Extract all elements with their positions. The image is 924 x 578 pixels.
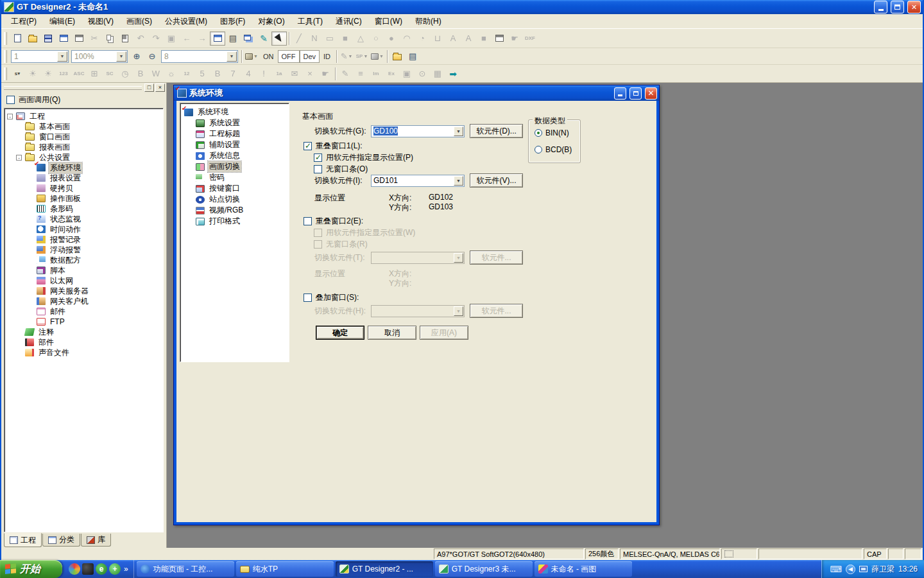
tree-item[interactable]: - 公共设置 [4,152,163,162]
paste-icon[interactable] [117,31,133,46]
hide-icons-chevron-icon[interactable]: ◀ [846,565,855,574]
dialog-tree-item[interactable]: 密码 [180,172,289,183]
numeric-display-icon[interactable]: 123 [56,67,71,81]
dialog-tree-item[interactable]: 系统设置 [180,118,289,128]
off-button[interactable]: OFF [278,50,300,63]
grid-combo[interactable]: 8▼ [161,50,238,63]
paint-area-icon[interactable]: ■ [476,31,492,46]
close-button[interactable]: ✕ [907,1,921,13]
overlap1-pos-checkbox[interactable] [314,153,322,162]
new-icon[interactable] [10,31,25,46]
bulb-icon[interactable]: ! [256,67,271,81]
screen-image-icon[interactable] [492,31,507,46]
polygon-icon[interactable]: △ [353,31,368,46]
overlap1-checkbox[interactable] [304,142,312,150]
tree-item[interactable]: 时间动作 [4,224,163,234]
base-device-button[interactable]: 软元件(D)... [470,124,523,138]
select-cursor-icon[interactable] [271,31,287,46]
base-switch-device-combo[interactable]: GD100 ▼ [371,125,465,137]
zoom-combo[interactable]: 100%▼ [71,50,128,63]
radio-icon[interactable] [535,146,542,153]
ellipse-icon[interactable]: ○ [368,31,384,46]
tree-item[interactable]: 条形码 [4,204,163,214]
polyline-icon[interactable]: N [307,31,322,46]
tree-item[interactable]: 报警记录 [4,234,163,245]
minimize-button[interactable] [874,1,887,13]
next-screen-icon[interactable]: ➡ [445,67,461,81]
trim-icon[interactable]: × [302,67,318,81]
chevron-down-icon[interactable]: ▼ [57,51,67,62]
dialog-tree-item[interactable]: 辅助设置 [180,139,289,150]
line-color-icon[interactable]: ✎▼ [339,49,354,64]
bit-comment-icon[interactable]: B [133,67,148,81]
chevron-down-icon[interactable]: ▼ [227,51,237,62]
cancel-button[interactable]: 取消 [368,326,416,340]
fill-color-icon[interactable]: ▼ [244,49,259,64]
chevron-down-icon[interactable]: ▼ [454,176,463,186]
menu-item[interactable]: 公共设置(M) [159,15,213,28]
superimpose-checkbox[interactable] [304,293,312,302]
alarm-popup-icon[interactable]: 4 [241,67,256,81]
tree-item[interactable]: 声音文件 [4,347,163,358]
panel-tab[interactable]: 库 [81,534,111,547]
string-display-icon[interactable]: SC [102,67,117,81]
template-list-icon[interactable]: ▤ [225,31,241,46]
overlap2-checkbox[interactable] [304,217,312,225]
data-check-icon[interactable]: ▦ [430,67,445,81]
toolbar-grip[interactable] [4,50,7,63]
messenger-icon[interactable] [69,563,80,575]
word-comment-icon[interactable]: W [148,67,164,81]
clock-icon[interactable]: ◷ [117,67,133,81]
menu-item[interactable]: 帮助(H) [409,15,447,28]
radio-bcd[interactable]: BCD(B) [535,145,572,154]
date-display-icon[interactable]: ⊞ [87,67,102,81]
id-button[interactable]: ID [320,50,334,63]
arc-icon[interactable]: ◠ [399,31,415,46]
shape-fill-icon[interactable]: ▼ [370,49,385,64]
dialog-tree-item[interactable]: 系统信息 [180,150,289,161]
tree-item[interactable]: 以太网 [4,276,163,286]
toolbar-grip[interactable] [4,32,7,45]
dialog-minimize-button[interactable] [614,87,626,100]
tree-item[interactable]: 硬拷贝 [4,183,163,193]
tree-item[interactable]: 注释 [4,327,163,337]
library-folder-icon[interactable] [389,49,405,64]
object-select-icon[interactable]: s▾ [10,67,25,81]
antivirus-icon[interactable]: + [109,563,121,575]
tree-expander[interactable]: - [16,155,22,161]
keyboard-icon[interactable]: ⌨ [830,565,842,574]
panel-close-button[interactable]: × [155,83,165,92]
dialog-tree-item[interactable]: 系统环境 [180,107,289,118]
forward-icon[interactable]: → [194,31,210,46]
bit-lamp-icon[interactable]: ☀ [25,67,40,81]
tree-item[interactable]: 部件 [4,337,163,347]
panel-tab[interactable]: 工程 [4,533,42,547]
tree-item[interactable]: 网关客户机 [4,296,163,306]
menu-item[interactable]: 对象(O) [252,15,290,28]
quick-launch-overflow-icon[interactable]: » [123,565,130,574]
word-lamp-icon[interactable]: ☀ [40,67,56,81]
dialog-tree-item[interactable]: 打印格式 [180,216,289,227]
zoom-in-icon[interactable]: ⊕ [129,49,144,64]
dev-button[interactable]: Dev [300,50,320,63]
menu-item[interactable]: 窗口(W) [369,15,408,28]
property-list-icon[interactable]: ▤ [405,49,420,64]
data-list-icon[interactable]: 5 [194,67,210,81]
dialog-tree-item[interactable]: 按键窗口 [180,183,289,194]
tree-item[interactable]: 数据配方 [4,255,163,265]
overlap1-device-button[interactable]: 软元件(V)... [470,173,523,188]
redo-icon[interactable]: ↷ [148,31,164,46]
network-icon[interactable] [859,566,868,572]
dialog-tree-item[interactable]: 站点切换 [180,194,289,205]
menu-item[interactable]: 编辑(E) [44,15,81,28]
save-icon[interactable] [40,31,56,46]
ascii-display-icon[interactable]: ASC [71,67,87,81]
pen-icon[interactable]: ✎ [256,31,271,46]
dialog-maximize-button[interactable] [629,87,642,100]
copy-icon[interactable] [102,31,117,46]
screen-header-icon[interactable] [210,31,225,46]
radio-icon[interactable] [535,129,542,137]
dxf-icon[interactable]: DXF [522,31,538,46]
tree-item[interactable]: 操作面板 [4,193,163,204]
menu-item[interactable]: 画面(S) [121,15,158,28]
